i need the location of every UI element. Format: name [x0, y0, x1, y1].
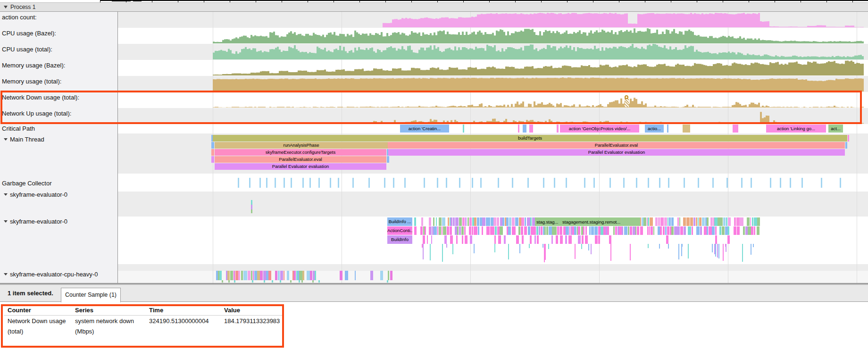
trace-slice[interactable] [501, 226, 503, 235]
descender-tick[interactable] [529, 244, 530, 248]
trace-slice[interactable] [455, 217, 458, 226]
trace-slice[interactable] [518, 226, 520, 235]
critical-path-slice[interactable]: action 'GenObjcProtos video/... [560, 125, 639, 133]
trace-slice[interactable] [450, 235, 453, 244]
trace-slice[interactable] [528, 226, 531, 235]
trace-slice[interactable] [551, 235, 553, 244]
trace-slice[interactable] [275, 271, 277, 280]
gc-tick[interactable] [527, 178, 529, 188]
descender-tick[interactable] [519, 244, 520, 253]
trace-slice[interactable] [710, 217, 712, 226]
trace-slice[interactable] [513, 226, 516, 235]
trace-slice[interactable] [218, 271, 219, 280]
trace-slice[interactable] [504, 235, 506, 244]
trace-slice[interactable] [546, 226, 548, 235]
descender-tick[interactable] [610, 244, 611, 261]
trace-slice[interactable] [509, 217, 511, 226]
gc-tick[interactable] [790, 178, 791, 188]
trace-slice[interactable] [436, 217, 437, 226]
trace-slice[interactable] [474, 226, 476, 235]
trace-slice[interactable] [219, 271, 221, 280]
trace-slice[interactable] [628, 226, 630, 235]
cpu-heavy-tick[interactable] [272, 280, 273, 283]
trace-slice[interactable] [754, 226, 755, 235]
trace-slice[interactable] [477, 217, 479, 226]
trace-slice[interactable] [294, 271, 296, 280]
trace-slice[interactable] [613, 226, 615, 235]
trace-slice[interactable] [683, 217, 686, 226]
trace-slice[interactable] [726, 217, 727, 226]
trace-slice[interactable] [556, 235, 558, 244]
descender-tick[interactable] [544, 244, 545, 262]
trace-slice[interactable] [720, 217, 723, 226]
trace-slice[interactable] [658, 226, 660, 235]
descender-tick[interactable] [442, 244, 443, 262]
trace-slice[interactable] [444, 235, 447, 244]
trace-slice[interactable] [482, 226, 483, 235]
trace-slice[interactable] [238, 271, 240, 280]
gc-tick[interactable] [780, 178, 781, 188]
evaluator-slice[interactable]: BuildInfo [387, 235, 412, 244]
gc-tick[interactable] [668, 178, 669, 188]
trace-slice[interactable] [642, 217, 643, 226]
trace-slice[interactable] [603, 226, 605, 235]
trace-slice[interactable] [472, 226, 473, 235]
trace-slice[interactable] [566, 226, 569, 235]
trace-slice[interactable] [539, 226, 540, 235]
trace-slice[interactable] [680, 226, 683, 235]
critical-path-slice[interactable] [529, 125, 533, 133]
trace-slice[interactable] [719, 226, 722, 235]
trace-slice[interactable] [439, 217, 442, 226]
descender-tick[interactable] [688, 244, 689, 258]
trace-slice[interactable] [651, 226, 653, 235]
trace-slice[interactable] [431, 235, 432, 244]
descender-tick[interactable] [581, 244, 582, 249]
trace-slice[interactable] [609, 235, 611, 244]
trace-slice[interactable] [734, 217, 736, 226]
trace-slice[interactable] [246, 271, 247, 280]
gc-tick[interactable] [275, 178, 276, 188]
sidebar-track-10[interactable]: skyframe-evaluator-0 [4, 191, 67, 198]
cpu-usage-total--chart[interactable] [118, 44, 868, 60]
trace-slice[interactable] [370, 271, 373, 280]
descender-tick[interactable] [423, 244, 424, 259]
trace-slice[interactable] [665, 226, 667, 235]
trace-slice[interactable] [469, 217, 472, 226]
trace-slice[interactable] [664, 217, 667, 226]
trace-slice[interactable] [743, 226, 745, 235]
trace-slice[interactable] [655, 217, 658, 226]
trace-slice[interactable] [637, 226, 640, 235]
gc-tick[interactable] [698, 178, 699, 188]
tab-counter-sample[interactable]: Counter Sample (1) [61, 288, 121, 302]
descender-tick[interactable] [474, 244, 475, 253]
trace-slice[interactable] [443, 226, 446, 235]
descender-tick[interactable] [446, 244, 447, 248]
gc-tick[interactable] [424, 178, 425, 188]
trace-slice[interactable] [302, 271, 304, 280]
trace-slice[interactable] [442, 226, 442, 235]
trace-slice[interactable] [515, 217, 518, 226]
cpu-heavy-tick[interactable] [312, 280, 314, 283]
trace-slice[interactable] [497, 217, 499, 226]
gc-tick[interactable] [498, 178, 499, 188]
trace-slice[interactable] [530, 217, 532, 226]
main-thread-slice[interactable] [387, 156, 389, 163]
gc-tick[interactable] [684, 178, 685, 188]
trace-slice[interactable] [707, 217, 708, 226]
trace-slice[interactable] [525, 217, 526, 226]
descender-tick[interactable] [717, 244, 718, 258]
trace-slice[interactable] [307, 271, 310, 280]
descender-tick[interactable] [668, 244, 669, 249]
trace-slice[interactable] [663, 226, 665, 235]
trace-slice[interactable] [313, 271, 315, 280]
cpu-heavy-tick[interactable] [228, 280, 230, 283]
gc-tick[interactable] [393, 178, 394, 188]
trace-slice[interactable] [268, 271, 271, 280]
descender-tick[interactable] [718, 244, 719, 258]
trace-slice[interactable] [278, 271, 280, 280]
trace-slice[interactable] [757, 217, 760, 226]
descender-tick[interactable] [751, 244, 751, 255]
trace-slice[interactable] [434, 226, 437, 235]
trace-slice[interactable] [640, 226, 643, 235]
trace-slice[interactable] [530, 235, 531, 244]
